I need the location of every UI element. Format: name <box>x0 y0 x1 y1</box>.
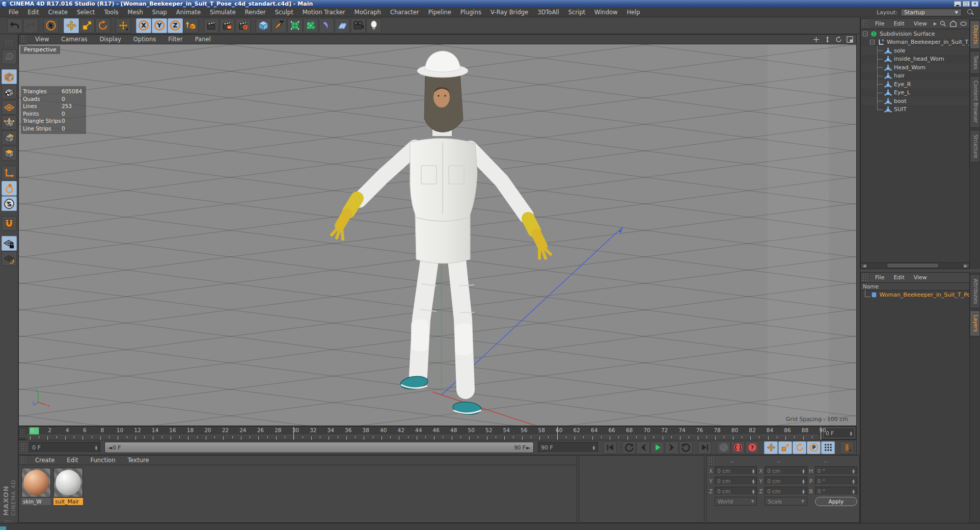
render-settings-button[interactable] <box>235 18 251 33</box>
keyframe-selection-button[interactable]: ? <box>745 441 759 454</box>
polygon-object-icon[interactable] <box>884 89 892 97</box>
search-icon[interactable] <box>939 20 947 28</box>
autokeying-button[interactable] <box>731 441 745 454</box>
material-preview[interactable] <box>53 468 83 497</box>
object-name[interactable]: inside_head_Wom <box>894 56 944 62</box>
object-name[interactable]: Head_Wom <box>894 64 925 71</box>
material-menu-texture[interactable]: Texture <box>121 457 155 464</box>
timeline-window-button[interactable] <box>840 441 854 454</box>
tab-content-browser[interactable]: Content Browser <box>970 76 980 127</box>
menu-edit[interactable]: Edit <box>23 9 43 16</box>
render-picture-viewer-button[interactable] <box>220 18 235 33</box>
object-name[interactable]: Subdivision Surface <box>880 31 935 37</box>
prev-frame-button[interactable] <box>636 441 650 454</box>
viewport-grip[interactable] <box>21 35 26 43</box>
object-tree-row[interactable]: Head_Wom <box>861 63 969 72</box>
search-icon[interactable] <box>967 9 974 16</box>
menu-snap[interactable]: Snap <box>148 9 172 16</box>
object-name[interactable]: boot <box>894 98 907 104</box>
redo-button[interactable] <box>23 18 38 33</box>
viewport-menu-cameras[interactable]: Cameras <box>55 36 93 43</box>
object-name[interactable]: SUIT <box>894 106 907 113</box>
expand-toggle-icon[interactable]: − <box>870 40 875 44</box>
next-key-button[interactable] <box>679 441 693 454</box>
render-view-button[interactable] <box>204 18 219 33</box>
texture-mode-button[interactable] <box>2 85 17 99</box>
menu-file[interactable]: File <box>4 9 23 16</box>
object-manager-menu-view[interactable]: View <box>909 20 932 27</box>
material-name[interactable]: suit_Mair <box>53 498 83 505</box>
coordinate-value-field[interactable]: 0 cm▲▼ <box>715 466 757 475</box>
camera-button[interactable] <box>350 18 366 33</box>
spinner-icon[interactable]: ▲▼ <box>589 445 595 450</box>
toggle-views-icon[interactable] <box>845 36 854 43</box>
material-item[interactable]: skin_W <box>21 468 51 505</box>
key-pla-button[interactable] <box>821 441 835 454</box>
menu-mograph[interactable]: MoGraph <box>350 9 386 16</box>
viewport-menu-panel[interactable]: Panel <box>189 36 217 43</box>
expand-toggle-icon[interactable]: − <box>863 32 867 36</box>
preview-range-slider[interactable]: ◄ 0 F 90 F ► <box>104 442 534 453</box>
key-parameter-button[interactable]: P <box>807 441 821 454</box>
object-tree-row[interactable]: Eye_L <box>861 89 969 97</box>
tweak-mode-button[interactable] <box>2 181 17 196</box>
spinner-icon[interactable]: ▲▼ <box>749 479 755 484</box>
subdivision-surface-button[interactable] <box>287 18 303 33</box>
coordinate-value-field[interactable]: 0 cm▲▼ <box>765 487 807 495</box>
move-tool-button[interactable] <box>64 18 79 33</box>
object-name[interactable]: Woman_Beekeeper_in_Suit_T_Pose <box>887 39 969 45</box>
viewport-scene[interactable]: Perspective Triangles605084Quads0Lines25… <box>19 44 856 426</box>
object-manager-menu-edit[interactable]: Edit <box>889 20 909 27</box>
key-rotation-button[interactable] <box>793 441 806 454</box>
next-frame-button[interactable] <box>665 441 678 454</box>
menu-motion-tracker[interactable]: Motion Tracker <box>298 9 350 16</box>
coordinate-value-field[interactable]: 0 °▲▼ <box>815 476 857 485</box>
ruler-grip[interactable] <box>20 429 25 437</box>
tab-attributes[interactable]: Attributes <box>970 274 980 308</box>
apply-button[interactable]: Apply <box>815 497 857 506</box>
snap-settings-button[interactable]: S <box>2 196 17 211</box>
polygon-object-icon[interactable] <box>884 97 892 105</box>
primitive-cube-button[interactable] <box>256 18 271 33</box>
transport-grip[interactable] <box>21 443 26 452</box>
axis-x-lock-button[interactable]: X <box>136 18 151 33</box>
menu-overflow-icon[interactable]: ▶ <box>932 21 939 26</box>
maximize-icon[interactable]: □ <box>963 1 970 7</box>
axis-mode-button[interactable] <box>2 166 17 180</box>
key-scale-button[interactable] <box>778 441 792 454</box>
menu-sculpt[interactable]: Sculpt <box>270 9 298 16</box>
layer-manager-grip[interactable] <box>862 274 867 282</box>
polygon-object-icon[interactable] <box>884 63 892 71</box>
menu-create[interactable]: Create <box>44 9 72 16</box>
layer-manager-menu-edit[interactable]: Edit <box>889 274 909 281</box>
object-name[interactable]: hair <box>894 72 905 79</box>
scroll-track[interactable] <box>868 263 962 269</box>
spinner-icon[interactable]: ▲▼ <box>92 445 97 450</box>
spinner-icon[interactable]: ▲▼ <box>849 489 855 494</box>
rotate-tool-button[interactable] <box>95 18 111 33</box>
tab-objects[interactable]: Objects <box>970 20 980 49</box>
menu-plugins[interactable]: Plugins <box>456 9 486 16</box>
spinner-icon[interactable]: ▲▼ <box>749 468 755 473</box>
light-button[interactable] <box>366 18 382 33</box>
viewport-menu-view[interactable]: View <box>29 36 55 43</box>
goto-end-button[interactable] <box>698 441 712 454</box>
scroll-thumb[interactable] <box>887 263 939 268</box>
modeling-objects-button[interactable] <box>303 18 318 33</box>
model-mode-button[interactable] <box>2 69 17 84</box>
object-tree-row[interactable]: boot <box>861 97 969 105</box>
polygon-object-icon[interactable] <box>884 80 892 88</box>
view-label[interactable]: Perspective <box>20 46 60 54</box>
coordinates-grip[interactable] <box>709 457 714 465</box>
menu-help[interactable]: Help <box>622 9 644 16</box>
deformer-button[interactable] <box>319 18 334 33</box>
object-manager-grip[interactable] <box>862 20 867 28</box>
pan-view-icon[interactable] <box>811 36 821 43</box>
object-manager-hscrollbar[interactable]: ◀ ▶ <box>861 262 969 269</box>
spinner-icon[interactable]: ▲▼ <box>849 479 855 484</box>
polygon-object-icon[interactable] <box>884 72 892 80</box>
object-manager-menu-file[interactable]: File <box>870 20 889 27</box>
menu-pipeline[interactable]: Pipeline <box>424 9 456 16</box>
axis-y-lock-button[interactable]: Y <box>152 18 167 33</box>
object-tree-row[interactable]: SUIT <box>861 105 969 114</box>
